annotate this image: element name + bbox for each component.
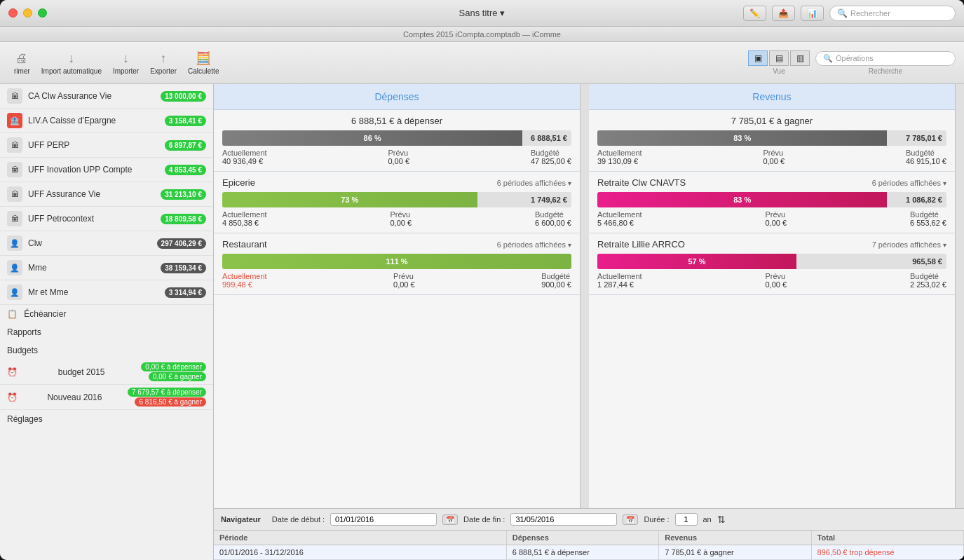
date-debut-input[interactable]: [330, 513, 437, 526]
restaurant-budg-val: 900,00 €: [541, 280, 571, 289]
stepper-icon[interactable]: ⇅: [717, 514, 726, 525]
depenses-actuellement: Actuellement 40 936,49 €: [222, 149, 267, 165]
sidebar-item-mr-mme[interactable]: 👤 Mr et Mme 3 314,94 €: [0, 280, 213, 305]
account-name: UFF PERP: [28, 140, 159, 150]
title-text: Sans titre: [459, 8, 498, 18]
sidebar-item-uff-assurance[interactable]: 🏛 UFF Assurance Vie 31 213,10 €: [0, 182, 213, 207]
sidebar-item-clw[interactable]: 👤 Clw 297 406,29 €: [0, 231, 213, 256]
account-badge: 38 159,34 €: [161, 263, 206, 273]
duree-input[interactable]: [675, 513, 698, 526]
content-area: Dépenses 6 888,51 € à dépenser 86 % 6 88…: [214, 84, 964, 560]
account-icon: 👤: [7, 260, 22, 275]
retraite-clw-periods: 6 périodes affichées ▾: [872, 179, 946, 187]
echeancier-label: Échéancier: [24, 309, 66, 319]
import-icon: ↓: [123, 51, 129, 66]
app-window: Sans titre ▾ ✏️ 📤 📊 🔍 Rechercher Comptes…: [0, 0, 964, 560]
epicerie-name: Epicerie: [222, 177, 255, 188]
epicerie-progress-value: 1 749,62 €: [531, 196, 567, 204]
epicerie-prev-label: Prévu: [391, 210, 412, 219]
restaurant-actuellement: Actuellement 999,48 €: [222, 272, 267, 289]
minimize-button[interactable]: [23, 8, 32, 18]
view-switcher: ▣ ▤ ▥: [748, 50, 810, 66]
restaurant-progress-fill: 111 %: [222, 254, 571, 269]
view-label: Vue: [773, 67, 785, 75]
sidebar-item-uff-innovation[interactable]: 🏛 UFF Inovation UPP Compte 4 853,45 €: [0, 158, 213, 182]
retraite-lillie-act-label: Actuellement: [597, 272, 642, 280]
fullscreen-button[interactable]: [38, 8, 47, 18]
th-total: Total: [812, 531, 964, 545]
restaurant-name: Restaurant: [222, 239, 267, 250]
revenus-act-val: 39 130,09 €: [597, 157, 642, 165]
export-label: Exporter: [150, 67, 177, 75]
view-btn-1[interactable]: ▣: [748, 50, 768, 66]
th-depenses: Dépenses: [507, 531, 659, 545]
calculator-button[interactable]: 🧮 Calculette: [182, 48, 224, 78]
export-icon[interactable]: 📊: [801, 6, 824, 21]
sidebar-item-ca-clw[interactable]: 🏛 CA Clw Assurance Vie 13 000,00 €: [0, 84, 213, 109]
budget-gagner-badge: 6 816,50 € à gagner: [135, 397, 206, 407]
table-row[interactable]: 01/01/2016 - 31/12/2016 6 888,51 € à dép…: [214, 545, 964, 560]
retraite-lillie-prev-val: 0,00 €: [766, 280, 787, 289]
import-button[interactable]: ↓ Importer: [107, 48, 144, 78]
budget-2015-row: ⏰ budget 2015 0,00 € à dépenser 0,00 € à…: [7, 362, 206, 381]
file-bar: Comptes 2015 iCompta.comptadb — iComme: [0, 27, 964, 42]
operations-search[interactable]: 🔍 Opérations: [815, 51, 956, 66]
title-bar: Sans titre ▾ ✏️ 📤 📊 🔍 Rechercher: [0, 0, 964, 27]
account-name: Clw: [28, 238, 151, 248]
close-button[interactable]: [8, 8, 18, 18]
budget-gagner-badge: 0,00 € à gagner: [149, 372, 206, 381]
date-debut-calendar-button[interactable]: 📅: [442, 514, 458, 525]
share-icon[interactable]: 📤: [772, 6, 795, 21]
date-debut-label: Date de début :: [272, 515, 325, 524]
search-icon: 🔍: [837, 8, 848, 18]
sidebar-item-liva[interactable]: 🏦 LIV.A Caisse d'Epargne 3 158,41 €: [0, 109, 213, 133]
view-btn-2[interactable]: ▤: [769, 50, 789, 66]
date-fin-input[interactable]: [510, 513, 617, 526]
navigator-bar: Navigateur Date de début : 📅 Date de fin…: [214, 508, 964, 530]
epicerie-stats: Actuellement 4 850,38 € Prévu 0,00 € Bud…: [222, 210, 571, 227]
global-search[interactable]: 🔍 Rechercher: [829, 6, 956, 21]
sidebar-item-uff-petro[interactable]: 🏛 UFF Petrocontext 18 809,58 €: [0, 207, 213, 231]
depenses-budgete: Budgété 47 825,00 €: [531, 149, 571, 165]
export-button[interactable]: ↑ Exporter: [144, 48, 182, 78]
account-badge: 13 000,00 €: [161, 91, 206, 102]
search-placeholder: Rechercher: [850, 9, 890, 18]
print-button[interactable]: 🖨 rimer: [8, 48, 36, 78]
date-fin-label: Date de fin :: [463, 515, 505, 524]
retraite-lillie-progress-bar: 57 % 965,58 €: [597, 254, 946, 269]
sidebar-item-nouveau-2016[interactable]: ⏰ Nouveau 2016 7 679,57 € à dépenser 6 8…: [0, 385, 213, 410]
revenus-act-label: Actuellement: [597, 149, 642, 157]
import-label: Importer: [113, 67, 139, 75]
retraite-lillie-progress-value: 965,58 €: [912, 257, 942, 266]
th-periode: Période: [214, 531, 507, 545]
date-fin-calendar-button[interactable]: 📅: [623, 514, 638, 525]
file-info: Comptes 2015 iCompta.comptadb — iComme: [403, 30, 561, 39]
revenus-header: Revenus: [589, 84, 955, 110]
sidebar-section-reglages[interactable]: Réglages: [0, 410, 213, 428]
account-badge: 6 897,87 €: [165, 140, 206, 151]
traffic-lights: [8, 8, 47, 18]
auto-import-button[interactable]: ↓ Import automatique: [36, 48, 107, 78]
epicerie-act-label: Actuellement: [222, 210, 267, 219]
account-icon: 👤: [7, 235, 22, 251]
td-revenus: 7 785,01 € à gagner: [659, 545, 811, 559]
account-name: UFF Inovation UPP Compte: [28, 165, 159, 175]
sidebar-item-mme[interactable]: 👤 Mme 38 159,34 €: [0, 256, 213, 280]
echeancier-icon: 📋: [7, 309, 18, 319]
depenses-summary-title: 6 888,51 € à dépenser: [222, 116, 571, 126]
restaurant-prev-val: 0,00 €: [393, 280, 415, 289]
account-badge: 31 213,10 €: [161, 189, 206, 200]
retraite-lillie-pct: 57 %: [688, 257, 705, 266]
sidebar-item-uff-perp[interactable]: 🏛 UFF PERP 6 897,87 €: [0, 133, 213, 158]
auto-import-label: Import automatique: [41, 67, 102, 75]
title-bar-controls: ✏️ 📤 📊 🔍 Rechercher: [743, 6, 956, 21]
toolbar-primary: 🖨 rimer ↓ Import automatique ↓ Importer …: [0, 42, 964, 84]
depenses-budg-val: 47 825,00 €: [531, 157, 571, 165]
sidebar-item-budget-2015[interactable]: ⏰ budget 2015 0,00 € à dépenser 0,00 € à…: [0, 360, 213, 385]
print-icon: 🖨: [15, 51, 28, 66]
edit-icon[interactable]: ✏️: [743, 6, 766, 21]
depenses-title: Dépenses: [374, 91, 419, 102]
sidebar-item-echeancier[interactable]: 📋 Échéancier: [0, 305, 213, 323]
view-btn-3[interactable]: ▥: [790, 50, 810, 66]
account-badge: 4 853,45 €: [165, 165, 206, 175]
